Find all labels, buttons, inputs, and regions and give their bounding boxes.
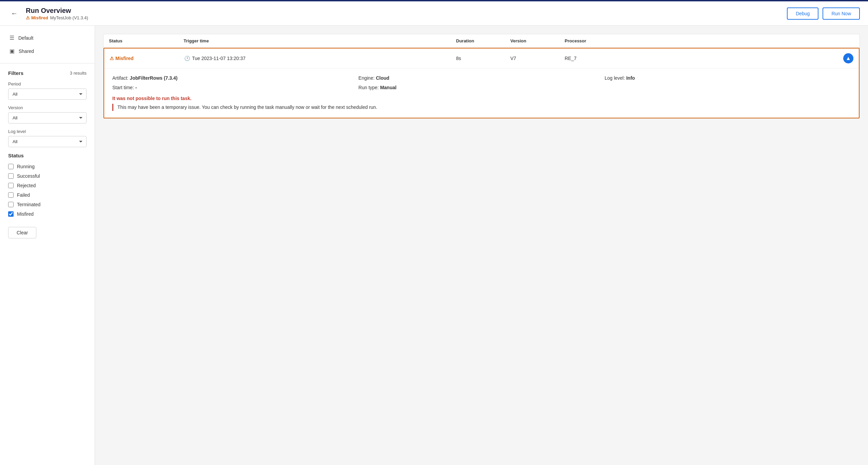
clear-btn-container: Clear [0, 221, 95, 244]
failed-label: Failed [17, 192, 30, 198]
misfired-checkbox[interactable] [8, 211, 14, 217]
start-time-detail: Start time: - [112, 85, 358, 90]
col-version: Version [510, 38, 565, 43]
rejected-checkbox[interactable] [8, 183, 14, 188]
top-header: ← Run Overview ⚠ Misfired MyTestJob (V1.… [0, 1, 868, 26]
log-level-filter-group: Log level All Info Debug Warning Error [0, 126, 95, 150]
checkbox-successful[interactable]: Successful [8, 171, 87, 181]
expand-button[interactable]: ▲ [843, 53, 853, 63]
back-button[interactable]: ← [8, 8, 20, 19]
row-details: Artifact: JobFilterRows (7.3.4) Engine: … [104, 68, 859, 118]
header-actions: Debug Run Now [787, 7, 860, 20]
successful-checkbox[interactable] [8, 173, 14, 179]
header-left: ← Run Overview ⚠ Misfired MyTestJob (V1.… [8, 7, 88, 20]
trigger-time-cell: 🕐 Tue 2023-11-07 13:20:37 [184, 56, 456, 61]
artifact-detail: Artifact: JobFilterRows (7.3.4) [112, 75, 358, 81]
filters-header: Filters 3 results [0, 66, 95, 79]
main-content: Status Trigger time Duration Version Pro… [95, 26, 868, 465]
running-label: Running [17, 164, 35, 169]
run-type-detail: Run type: Manual [358, 85, 604, 90]
engine-detail: Engine: Cloud [358, 75, 604, 81]
status-filter-title: Status [8, 153, 87, 158]
table-header: Status Trigger time Duration Version Pro… [103, 34, 860, 48]
page-title: Run Overview [26, 7, 88, 15]
shared-icon: ▣ [10, 48, 15, 54]
col-status: Status [109, 38, 184, 43]
sidebar-item-shared[interactable]: ▣ Shared [5, 44, 89, 58]
sidebar-item-label: Shared [19, 49, 34, 54]
table-row: ⚠ Misfired 🕐 Tue 2023-11-07 13:20:37 8s … [103, 48, 860, 118]
misfired-status: ⚠ Misfired [110, 56, 134, 61]
job-name: MyTestJob (V1.3.4) [50, 15, 88, 20]
sidebar-item-label: Default [18, 35, 33, 41]
checkbox-failed[interactable]: Failed [8, 190, 87, 200]
error-message: It was not possible to run this task. [112, 96, 851, 101]
results-count: 3 results [70, 71, 87, 76]
default-icon: ☰ [10, 35, 14, 41]
version-select[interactable]: All V7 V6 V5 [8, 112, 87, 123]
sidebar-item-default[interactable]: ☰ Default [5, 31, 89, 44]
status-badge: ⚠ Misfired [26, 15, 48, 20]
period-filter-group: Period All Today Last 7 days Last 30 day… [0, 79, 95, 102]
version-filter-group: Version All V7 V6 V5 [0, 102, 95, 126]
version-label: Version [8, 105, 87, 110]
header-subtitle: ⚠ Misfired MyTestJob (V1.3.4) [26, 15, 88, 20]
col-processor: Processor [565, 38, 837, 43]
version-cell: V7 [510, 56, 565, 61]
sidebar-nav: ☰ Default ▣ Shared [0, 31, 95, 58]
table-row-main: ⚠ Misfired 🕐 Tue 2023-11-07 13:20:37 8s … [104, 49, 859, 68]
running-checkbox[interactable] [8, 164, 14, 169]
sidebar-divider [0, 63, 95, 63]
log-level-label: Log level [8, 129, 87, 134]
filters-title: Filters [8, 70, 23, 76]
checkbox-misfired[interactable]: Misfired [8, 209, 87, 219]
log-level-select[interactable]: All Info Debug Warning Error [8, 136, 87, 147]
col-duration: Duration [456, 38, 510, 43]
col-actions [837, 38, 854, 43]
duration-cell: 8s [456, 56, 510, 61]
log-level-detail: Log level: Info [605, 75, 851, 81]
header-title-block: Run Overview ⚠ Misfired MyTestJob (V1.3.… [26, 7, 88, 20]
status-cell: ⚠ Misfired [110, 56, 184, 61]
debug-button[interactable]: Debug [787, 7, 818, 20]
terminated-label: Terminated [17, 202, 40, 207]
terminated-checkbox[interactable] [8, 202, 14, 207]
checkbox-running[interactable]: Running [8, 162, 87, 171]
main-layout: ☰ Default ▣ Shared Filters 3 results Per… [0, 26, 868, 465]
col-trigger-time: Trigger time [184, 38, 456, 43]
rejected-label: Rejected [17, 183, 36, 188]
error-hint: This may have been a temporary issue. Yo… [112, 104, 851, 111]
runs-table: Status Trigger time Duration Version Pro… [103, 34, 860, 119]
checkbox-rejected[interactable]: Rejected [8, 181, 87, 190]
period-select[interactable]: All Today Last 7 days Last 30 days [8, 89, 87, 100]
period-label: Period [8, 81, 87, 86]
processor-cell: RE_7 [565, 56, 836, 61]
run-now-button[interactable]: Run Now [823, 7, 860, 20]
misfired-label: Misfired [17, 211, 34, 217]
failed-checkbox[interactable] [8, 192, 14, 198]
sidebar: ☰ Default ▣ Shared Filters 3 results Per… [0, 26, 95, 465]
details-grid: Artifact: JobFilterRows (7.3.4) Engine: … [112, 75, 851, 90]
successful-label: Successful [17, 173, 40, 179]
warning-icon: ⚠ [110, 56, 114, 61]
warning-icon: ⚠ [26, 15, 30, 20]
clear-button[interactable]: Clear [8, 227, 36, 238]
checkbox-terminated[interactable]: Terminated [8, 200, 87, 209]
clock-icon: 🕐 [184, 56, 190, 61]
status-section: Status Running Successful Rejected Faile… [0, 150, 95, 221]
